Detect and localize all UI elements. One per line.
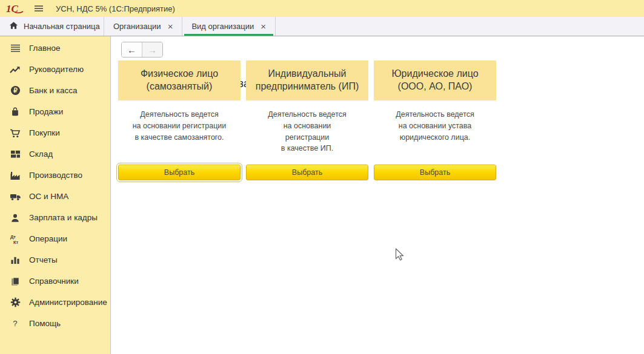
bar-chart-icon — [9, 255, 21, 264]
organization-type-cards: Физическое лицо (самозанятый) Деятельнос… — [118, 61, 496, 180]
card-title: Индивидуальный предприниматель (ИП) — [246, 61, 368, 100]
hamburger-menu-icon[interactable] — [34, 5, 44, 12]
warehouse-icon — [9, 149, 21, 159]
sidebar-item-payroll-hr[interactable]: Зарплата и кадры — [0, 207, 110, 228]
tab-label: Начальная страница — [24, 22, 100, 31]
tab-bar: Начальная страница Организации × Вид орг… — [0, 17, 644, 36]
close-icon[interactable]: × — [168, 22, 173, 31]
sidebar-item-label: Администрирование — [29, 298, 107, 307]
title-bar: 1С УСН, НДС 5% (1С:Предприятие) — [0, 0, 644, 17]
sidebar-item-label: ОС и НМА — [29, 192, 68, 201]
tab-organization-type[interactable]: Вид организации × — [182, 17, 276, 36]
sidebar-item-label: Производство — [29, 171, 82, 180]
sidebar-item-label: Справочники — [29, 277, 79, 286]
select-button-legal-entity[interactable]: Выбрать — [374, 165, 496, 180]
books-icon — [9, 277, 21, 286]
factory-icon — [9, 171, 21, 180]
sidebar-item-label: Продажи — [29, 107, 63, 116]
home-icon — [9, 21, 18, 31]
sidebar-item-label: Операции — [29, 234, 67, 243]
sidebar-item-sales[interactable]: Продажи — [0, 101, 110, 122]
main-menu-icon — [9, 44, 21, 53]
sidebar-item-label: Склад — [29, 149, 53, 159]
close-icon[interactable]: × — [261, 22, 266, 31]
card-individual-self-employed: Физическое лицо (самозанятый) Деятельнос… — [118, 61, 241, 180]
trending-up-icon — [9, 65, 21, 74]
sidebar-item-purchases[interactable]: Покупки — [0, 122, 110, 143]
sidebar-item-main[interactable]: Главное — [0, 38, 110, 59]
select-button-entrepreneur[interactable]: Выбрать — [246, 165, 368, 180]
tab-home-page[interactable]: Начальная страница — [0, 17, 104, 36]
shopping-bag-icon — [9, 107, 21, 117]
tab-label: Вид организации — [191, 22, 254, 31]
tab-organizations[interactable]: Организации × — [104, 17, 182, 36]
truck-icon — [9, 192, 21, 201]
sidebar-item-bank-cash[interactable]: ₽ Банк и касса — [0, 80, 110, 101]
sidebar-item-fixed-assets[interactable]: ОС и НМА — [0, 186, 110, 207]
sidebar-item-directories[interactable]: Справочники — [0, 270, 110, 292]
1c-logo-icon: 1С — [6, 2, 25, 15]
forward-button[interactable]: → — [142, 42, 162, 57]
question-icon: ? — [9, 319, 21, 329]
sidebar-item-operations[interactable]: Дт Кт Операции — [0, 228, 110, 249]
person-icon — [9, 213, 21, 223]
sidebar-item-label: Зарплата и кадры — [29, 213, 98, 222]
sidebar-item-label: Банк и касса — [29, 86, 78, 95]
card-description: Деятельность ведется на основании регист… — [118, 109, 241, 165]
sidebar-item-label: Главное — [29, 44, 61, 53]
window-title: УСН, НДС 5% (1С:Предприятие) — [56, 4, 175, 13]
sidebar-item-label: Руководителю — [29, 65, 84, 74]
tab-label: Организации — [113, 22, 161, 31]
back-button[interactable]: ← — [122, 42, 142, 57]
svg-text:₽: ₽ — [13, 87, 18, 94]
sidebar-item-label: Покупки — [29, 128, 60, 137]
card-title: Юридическое лицо (ООО, АО, ПАО) — [374, 61, 496, 100]
sidebar-item-production[interactable]: Производство — [0, 165, 110, 186]
history-nav: ← → — [121, 42, 163, 57]
svg-text:Кт: Кт — [13, 240, 19, 244]
sidebar-item-label: Отчеты — [29, 255, 58, 264]
main-area: ← → Вид организации Физическое лицо (сам… — [111, 36, 644, 354]
shopping-cart-icon — [9, 128, 21, 138]
sidebar-item-label: Помощь — [29, 319, 61, 328]
sidebar-item-help[interactable]: ? Помощь — [0, 313, 110, 334]
sidebar-item-manager[interactable]: Руководителю — [0, 59, 110, 80]
card-legal-entity: Юридическое лицо (ООО, АО, ПАО) Деятельн… — [374, 61, 496, 180]
sidebar-item-reports[interactable]: Отчеты — [0, 249, 110, 270]
select-button-self-employed[interactable]: Выбрать — [118, 165, 241, 180]
gear-icon — [9, 297, 21, 307]
card-individual-entrepreneur: Индивидуальный предприниматель (ИП) Деят… — [246, 61, 368, 180]
sidebar-item-administration[interactable]: Администрирование — [0, 292, 110, 313]
svg-text:?: ? — [13, 319, 17, 328]
sidebar: Главное Руководителю ₽ Банк и касса Прод… — [0, 36, 111, 354]
card-description: Деятельность ведется на основании устава… — [374, 109, 496, 165]
sidebar-item-warehouse[interactable]: Склад — [0, 143, 110, 165]
svg-text:Дт: Дт — [10, 234, 16, 240]
ruble-circle-icon: ₽ — [9, 85, 21, 96]
debit-credit-icon: Дт Кт — [9, 234, 21, 244]
card-description: Деятельность ведется на основании регист… — [246, 109, 368, 165]
card-title: Физическое лицо (самозанятый) — [118, 61, 241, 100]
